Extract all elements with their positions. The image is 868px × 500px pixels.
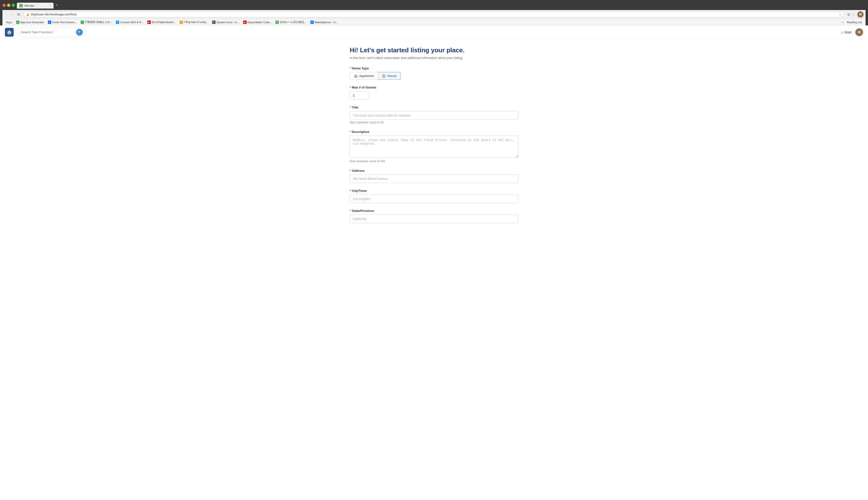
required-star: * bbox=[350, 105, 351, 109]
more-tools-icon[interactable]: ⋮ bbox=[852, 12, 855, 16]
bookmark-label: Circle Text Genera... bbox=[52, 21, 77, 24]
bookmark-apps[interactable]: Apps bbox=[4, 20, 14, 24]
bookmark-star-icon[interactable]: ☆ bbox=[839, 12, 842, 16]
max-guests-label: * Max # of Guests bbox=[350, 86, 518, 89]
tab-bar: V Vite App × + bbox=[17, 2, 866, 9]
bookmark-app-icon-gen[interactable]: A App Icon Generator bbox=[14, 20, 46, 24]
state-section: * State/Province bbox=[350, 209, 518, 223]
bookmark-uitableview[interactable]: ▶ 30-UITableView#6... bbox=[146, 20, 178, 24]
apps-label: Apps bbox=[6, 21, 12, 24]
bookmark-system-icons[interactable]: S System Icons - Ic... bbox=[210, 20, 241, 24]
bookmark-favicon: ▶ bbox=[147, 21, 151, 24]
extensions-icon[interactable]: ⧉ bbox=[847, 12, 850, 16]
required-star: * bbox=[350, 169, 351, 172]
bookmark-favicon: C bbox=[48, 21, 51, 24]
host-house-icon: ⌂ bbox=[841, 30, 843, 34]
bookmarks-bar: Apps A App Icon Generator C Circle Text … bbox=[2, 19, 866, 25]
state-input[interactable] bbox=[350, 215, 518, 223]
home-type-label: * Home Type bbox=[350, 67, 518, 70]
bookmark-favicon: T bbox=[180, 21, 183, 24]
lock-icon: 🔒 bbox=[26, 13, 30, 16]
bookmark-label: App Icon Generator bbox=[21, 21, 44, 24]
reload-button[interactable]: ↻ bbox=[16, 12, 22, 18]
reading-list-label: Reading List bbox=[847, 21, 862, 24]
description-label: * Description bbox=[350, 130, 518, 134]
bookmark-makeappicon[interactable]: M MakeAppIcon - G... bbox=[309, 20, 340, 24]
city-input[interactable] bbox=[350, 194, 518, 203]
close-window-button[interactable] bbox=[2, 4, 5, 7]
description-textarea[interactable] bbox=[350, 136, 518, 158]
bookmark-favicon: M bbox=[310, 21, 314, 24]
bookmarks-more-button[interactable]: » bbox=[841, 20, 845, 24]
bookmark-convert-hex[interactable]: C Convert HEX & R... bbox=[114, 20, 145, 24]
url-input[interactable] bbox=[31, 13, 837, 16]
tab-title: Vite App bbox=[24, 4, 34, 7]
address-label: * Address bbox=[350, 169, 518, 172]
home-type-section: * Home Type 🏢 Apartment 🏠 House bbox=[350, 67, 518, 80]
address-input[interactable] bbox=[350, 174, 518, 183]
browser-profile-button[interactable]: M bbox=[857, 11, 864, 18]
required-star: * bbox=[350, 189, 351, 193]
bookmark-label: Tổng hợp từ vựng... bbox=[184, 21, 208, 24]
home-type-group: 🏢 Apartment 🏠 House bbox=[350, 72, 518, 80]
bookmark-japanese[interactable]: 社 社内ルール及び薬品... bbox=[274, 20, 308, 24]
bookmark-label: MakeAppIcon - G... bbox=[315, 21, 338, 24]
back-button[interactable]: ‹ bbox=[4, 12, 8, 17]
host-link[interactable]: ⌂ Host bbox=[841, 30, 852, 34]
logo-house-icon: 🏠 bbox=[7, 30, 12, 35]
bookmark-favicon: I bbox=[81, 21, 84, 24]
site-content: 🏠 🔍 ⌂ Host M Hi! Let's get started listi… bbox=[0, 25, 868, 243]
tab-favicon: V bbox=[19, 4, 23, 7]
bookmark-label: IT開発部 候補まとめ... bbox=[85, 20, 112, 24]
required-star: * bbox=[350, 130, 351, 134]
site-header: 🏠 🔍 ⌂ Host M bbox=[0, 25, 868, 39]
title-input[interactable] bbox=[350, 111, 518, 120]
bookmark-reading-list[interactable]: Reading List bbox=[845, 20, 864, 24]
title-char-count: Max character count of 45 bbox=[350, 121, 518, 124]
form-subtitle: In this form, we'll collect some basic a… bbox=[350, 56, 518, 60]
max-guests-input[interactable] bbox=[350, 91, 369, 100]
site-search-bar[interactable]: 🔍 bbox=[18, 27, 86, 37]
bookmark-favicon: 社 bbox=[275, 21, 279, 24]
city-section: * City/Town bbox=[350, 189, 518, 203]
address-section: * Address bbox=[350, 169, 518, 183]
site-search-input[interactable] bbox=[21, 30, 74, 34]
required-star: * bbox=[350, 67, 351, 70]
bookmark-label: System Icons - Ic... bbox=[217, 21, 239, 24]
apartment-button[interactable]: 🏢 Apartment bbox=[350, 72, 378, 80]
city-label: * City/Town bbox=[350, 189, 518, 193]
apartment-icon: 🏢 bbox=[354, 74, 358, 78]
listing-form: Hi! Let's get started listing your place… bbox=[345, 39, 523, 243]
required-star: * bbox=[350, 86, 351, 89]
bookmark-label: Convert HEX & R... bbox=[120, 21, 144, 24]
tab-close-icon[interactable]: × bbox=[49, 4, 51, 7]
bookmark-expandable[interactable]: ▶ Expandable/ Colla... bbox=[241, 20, 273, 24]
address-bar[interactable]: 🔒 ☆ bbox=[23, 11, 845, 18]
bookmark-label: 30-UITableView#6... bbox=[152, 21, 176, 24]
bookmark-label: 社内ルール及び薬品... bbox=[280, 20, 306, 24]
bookmark-tieng-viet[interactable]: T Tổng hợp từ vựng... bbox=[178, 20, 210, 24]
description-section: * Description Max character count of 400 bbox=[350, 130, 518, 163]
bookmark-favicon: C bbox=[116, 21, 119, 24]
house-icon: 🏠 bbox=[382, 74, 386, 78]
maximize-window-button[interactable] bbox=[12, 4, 15, 7]
new-tab-button[interactable]: + bbox=[54, 2, 60, 9]
house-label: House bbox=[387, 74, 397, 78]
bookmark-label: Expandable/ Colla... bbox=[248, 21, 272, 24]
bookmark-it-dev[interactable]: I IT開発部 候補まとめ... bbox=[79, 20, 114, 24]
toolbar-icons: ⧉ ⋮ M bbox=[847, 11, 864, 18]
title-label: * Title bbox=[350, 105, 518, 109]
bookmark-circle-text[interactable]: C Circle Text Genera... bbox=[46, 20, 78, 24]
forward-button[interactable]: › bbox=[10, 12, 14, 17]
active-tab[interactable]: V Vite App × bbox=[17, 3, 54, 9]
form-title: Hi! Let's get started listing your place… bbox=[350, 46, 518, 54]
site-logo[interactable]: 🏠 bbox=[5, 28, 14, 37]
site-search-button[interactable]: 🔍 bbox=[76, 29, 83, 36]
browser-chrome: V Vite App × + ‹ › ↻ 🔒 ☆ ⧉ ⋮ M Apps A Ap… bbox=[0, 0, 868, 25]
search-icon: 🔍 bbox=[78, 30, 81, 34]
title-section: * Title Max character count of 45 bbox=[350, 105, 518, 124]
user-avatar[interactable]: M bbox=[855, 29, 863, 36]
house-button[interactable]: 🏠 House bbox=[378, 72, 401, 80]
address-bar-row: ‹ › ↻ 🔒 ☆ ⧉ ⋮ M bbox=[2, 10, 866, 19]
minimize-window-button[interactable] bbox=[7, 4, 10, 7]
